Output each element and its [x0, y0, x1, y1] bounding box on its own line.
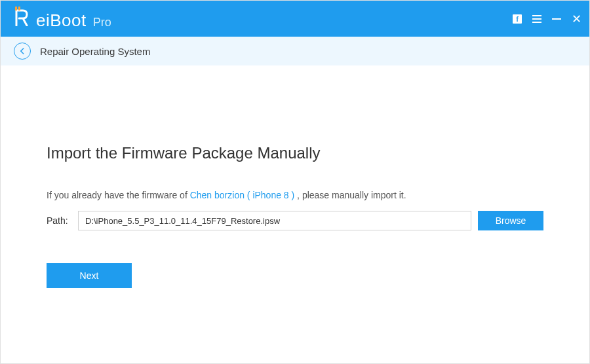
path-label: Path: [47, 215, 71, 226]
subheader-title: Repair Operating System [40, 46, 150, 57]
logo-suffix: Pro [93, 16, 111, 29]
facebook-icon[interactable]: f [512, 14, 522, 24]
instruction-before: If you already have the firmware of [47, 190, 190, 200]
main-content: Import the Firmware Package Manually If … [1, 65, 589, 363]
titlebar-actions: f ✕ [512, 14, 581, 24]
svg-rect-1 [18, 7, 20, 10]
back-button[interactable] [14, 43, 31, 60]
path-row: Path: Browse [47, 211, 543, 230]
device-link[interactable]: Chen borzion ( iPhone 8 ) [190, 190, 295, 200]
browse-button[interactable]: Browse [478, 211, 543, 230]
titlebar: eiBoot Pro f ✕ [1, 1, 589, 37]
svg-rect-0 [15, 7, 17, 10]
minimize-icon[interactable] [551, 14, 562, 24]
close-icon[interactable]: ✕ [571, 14, 581, 24]
instruction-after: , please manually import it. [294, 190, 406, 200]
path-input[interactable] [78, 211, 471, 230]
app-window: eiBoot Pro f ✕ Repair Operating System I… [0, 0, 590, 364]
logo: eiBoot Pro [14, 7, 111, 31]
menu-icon[interactable] [532, 14, 542, 24]
instruction-text: If you already have the firmware of Chen… [47, 190, 543, 200]
logo-r-icon [14, 7, 30, 26]
subheader: Repair Operating System [1, 37, 589, 65]
next-button[interactable]: Next [47, 263, 132, 288]
page-title: Import the Firmware Package Manually [47, 144, 543, 162]
logo-text: eiBoot [36, 10, 87, 31]
